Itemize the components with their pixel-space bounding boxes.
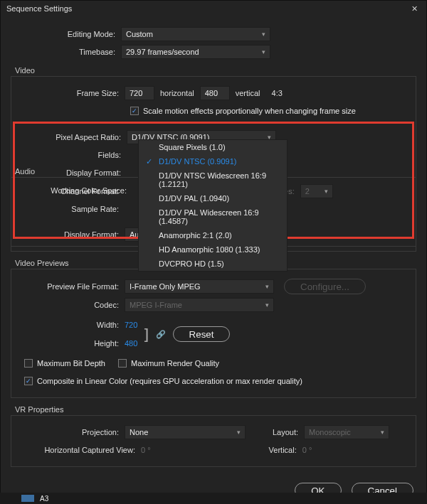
par-option[interactable]: Anamorphic 2:1 (2.0) [139,228,287,242]
preview-width-value[interactable]: 720 [125,321,137,329]
max-bit-depth-checkbox[interactable] [24,359,33,368]
pff-select[interactable]: I-Frame Only MPEG▾ [125,279,274,294]
frame-width-input[interactable]: 720 [125,86,154,100]
track-color-icon [21,495,34,502]
timeline-strip: A3 [0,493,427,504]
preview-width-label: Width: [14,321,125,329]
par-dropdown-list: Square Pixels (1.0) D1/DV NTSC (0.9091) … [138,139,288,272]
configure-button: Configure... [284,279,366,294]
aspect-readout: 4:3 [272,89,283,97]
par-option[interactable]: D1/DV NTSC (0.9091) [139,154,287,168]
par-option[interactable]: D1/DV PAL Widescreen 16:9 (1.4587) [139,205,287,228]
pff-label: Preview File Format: [14,282,125,291]
projection-label: Projection: [14,428,125,436]
timebase-label: Timebase: [11,48,121,56]
editing-mode-select[interactable]: Custom▾ [121,27,270,41]
bracket-icon: ] [142,326,151,343]
projection-select[interactable]: None▾ [125,425,246,439]
max-render-quality-label: Maximum Render Quality [131,359,219,368]
codec-select: MPEG I-Frame▾ [125,298,274,312]
working-color-space-label: Working Color Space: [16,186,132,195]
fields-label: Fields: [16,151,127,159]
vr-vertical-label: Vertical: [269,446,297,454]
reset-button[interactable]: Reset [173,326,231,342]
hcv-value: 0 ° [141,446,151,454]
editing-mode-label: Editing Mode: [11,30,121,38]
horizontal-label: horizontal [160,89,194,97]
chevron-down-icon: ▾ [265,283,269,290]
video-heading: Video [15,66,416,75]
par-option[interactable]: D1/DV NTSC Widescreen 16:9 (1.2121) [139,168,287,191]
par-label: Pixel Aspect Ratio: [16,133,127,141]
sequence-settings-dialog: Sequence Settings ✕ Editing Mode: Custom… [0,0,427,504]
titlebar: Sequence Settings ✕ [1,1,426,16]
vr-vertical-value: 0 ° [302,446,312,454]
frame-height-input[interactable]: 480 [200,86,230,100]
preview-height-label: Height: [14,339,125,348]
link-icon[interactable]: 🔗 [156,330,166,339]
chevron-down-icon: ▾ [381,429,384,436]
preview-height-value[interactable]: 480 [125,339,137,348]
vr-group: Projection: None▾ Layout: Monoscopic▾ Ho… [11,415,416,467]
par-option[interactable]: D1/DV PAL (1.0940) [139,191,287,205]
chevron-down-icon: ▾ [265,301,269,309]
close-icon[interactable]: ✕ [407,4,422,14]
scale-effects-checkbox[interactable]: ✓ [130,107,139,115]
codec-label: Codec: [14,301,125,309]
layout-label: Layout: [273,428,298,436]
video-group: Frame Size: 720 horizontal 480 vertical … [11,76,416,247]
layout-select: Monoscopic▾ [304,425,389,439]
chevron-down-icon: ▾ [262,31,265,38]
chevron-down-icon: ▾ [237,429,241,436]
composite-linear-label: Composite in Linear Color (requires GPU … [37,377,302,385]
dialog-title: Sequence Settings [6,4,72,13]
hcv-label: Horizontal Captured View: [14,446,141,454]
par-option[interactable]: DVCPRO HD (1.5) [139,257,287,271]
track-label: A3 [40,495,48,503]
timebase-select[interactable]: 29.97 frames/second▾ [121,45,270,59]
par-option[interactable]: HD Anamorphic 1080 (1.333) [139,242,287,257]
video-display-format-label: Display Format: [16,168,127,177]
composite-linear-checkbox[interactable]: ✓ [24,377,33,385]
vr-heading: VR Properties [15,405,416,414]
video-previews-group: Preview File Format: I-Frame Only MPEG▾ … [11,269,416,398]
max-bit-depth-label: Maximum Bit Depth [37,359,105,368]
vertical-label: vertical [236,89,260,97]
par-highlight: Pixel Aspect Ratio: D1/DV NTSC (0.9091)▾… [13,122,414,239]
max-render-quality-checkbox[interactable] [118,359,127,368]
chevron-down-icon: ▾ [262,48,265,55]
frame-size-label: Frame Size: [14,89,125,97]
scale-effects-label: Scale motion effects proportionally when… [143,107,356,115]
par-option[interactable]: Square Pixels (1.0) [139,140,287,154]
